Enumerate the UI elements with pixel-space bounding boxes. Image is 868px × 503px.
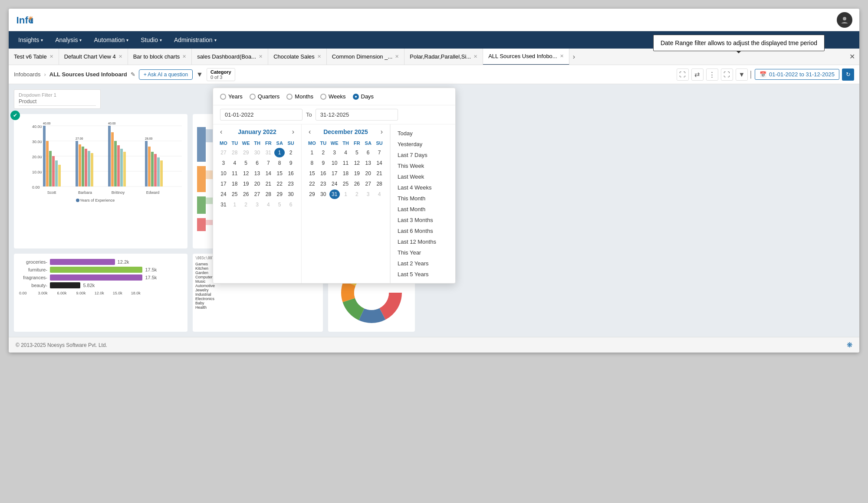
quick-last5years[interactable]: Last 5 Years <box>391 269 455 280</box>
cal-day[interactable]: 4 <box>263 200 273 209</box>
from-date-input[interactable] <box>220 109 302 121</box>
cal-day[interactable]: 4 <box>230 158 240 168</box>
tabs-more-button[interactable]: › <box>569 53 579 61</box>
nav-insights[interactable]: Insights ▾ <box>12 31 49 49</box>
cal-day[interactable]: 3 <box>252 200 263 209</box>
cal-day[interactable]: 20 <box>363 169 373 178</box>
cal-day[interactable]: 12 <box>352 158 362 168</box>
radio-quarters[interactable] <box>250 94 256 100</box>
cal-day[interactable]: 18 <box>230 179 240 189</box>
refresh-button[interactable]: ↻ <box>842 69 854 81</box>
cal-day[interactable]: 17 <box>218 179 229 189</box>
cal-day[interactable]: 23 <box>286 179 296 189</box>
cal-day[interactable]: 8 <box>274 158 285 168</box>
cal-day[interactable]: 29 <box>241 148 251 157</box>
cal-day[interactable]: 5 <box>241 158 251 168</box>
cal-day[interactable]: 15 <box>307 169 317 178</box>
avatar[interactable] <box>837 12 852 28</box>
breadcrumb-parent[interactable]: Infoboards <box>14 71 40 78</box>
cal-day-selected[interactable]: 1 <box>274 148 285 157</box>
cal-day[interactable]: 25 <box>341 179 351 189</box>
cal-day[interactable]: 31 <box>263 148 273 157</box>
quick-last-month[interactable]: Last Month <box>391 204 455 215</box>
tab-sales-dashboard[interactable]: sales Dashboard(Boa... ✕ <box>192 49 268 65</box>
cal-day[interactable]: 28 <box>374 179 385 189</box>
cal-day[interactable]: 9 <box>286 158 296 168</box>
tabs-close-all-button[interactable]: ✕ <box>845 52 859 61</box>
cal-day[interactable]: 29 <box>274 189 285 199</box>
filter2-icon[interactable]: ▼ <box>736 69 748 81</box>
tab-polar-radar[interactable]: Polar,Radar,Parallel,Si... ✕ <box>404 49 483 65</box>
cal-day[interactable]: 2 <box>352 189 362 199</box>
nav-studio[interactable]: Studio ▾ <box>135 31 168 49</box>
close-icon[interactable]: ✕ <box>118 54 122 59</box>
cal-day[interactable]: 31 <box>218 200 229 209</box>
filter-icon[interactable]: ▼ <box>196 71 203 78</box>
nav-administration[interactable]: Administration ▾ <box>168 31 223 49</box>
quick-yesterday[interactable]: Yesterday <box>391 139 455 150</box>
close-icon[interactable]: ✕ <box>317 54 321 59</box>
cal-day[interactable]: 8 <box>307 158 317 168</box>
cal-day[interactable]: 28 <box>230 148 240 157</box>
cal-day[interactable]: 1 <box>341 189 351 199</box>
cal-day[interactable]: 13 <box>363 158 373 168</box>
close-icon[interactable]: ✕ <box>182 54 186 59</box>
cal-day[interactable]: 26 <box>241 189 251 199</box>
cal-day[interactable]: 24 <box>218 189 229 199</box>
radio-days[interactable] <box>353 94 359 100</box>
period-days[interactable]: Days <box>353 93 374 100</box>
cal-day[interactable]: 2 <box>286 148 296 157</box>
category-filter[interactable]: Category 0 of 3 <box>207 68 235 81</box>
cal-day[interactable]: 17 <box>329 169 340 178</box>
cal-day[interactable]: 13 <box>252 169 263 178</box>
quick-this-year[interactable]: This Year <box>391 247 455 258</box>
cal-day[interactable]: 20 <box>252 179 263 189</box>
quick-this-week[interactable]: This Week <box>391 160 455 171</box>
cal-day[interactable]: 14 <box>374 158 385 168</box>
cal-day[interactable]: 5 <box>352 148 362 157</box>
cal-day[interactable]: 1 <box>230 200 240 209</box>
left-cal-prev[interactable]: ‹ <box>218 128 224 136</box>
cal-day[interactable]: 6 <box>252 158 263 168</box>
cal-day[interactable]: 7 <box>374 148 385 157</box>
cal-day[interactable]: 16 <box>286 169 296 178</box>
cal-day[interactable]: 4 <box>374 189 385 199</box>
cal-day-end-selected[interactable]: 31 <box>329 189 340 199</box>
cal-day[interactable]: 19 <box>352 169 362 178</box>
tab-default-chart[interactable]: Default Chart View 4 ✕ <box>59 49 128 65</box>
tab-test-v6[interactable]: Test v6 Table ✕ <box>9 49 59 65</box>
cal-day[interactable]: 30 <box>286 189 296 199</box>
period-years[interactable]: Years <box>220 93 243 100</box>
cal-day[interactable]: 27 <box>252 189 263 199</box>
cal-day[interactable]: 9 <box>318 158 329 168</box>
quick-last4weeks[interactable]: Last 4 Weeks <box>391 182 455 193</box>
cal-day[interactable]: 3 <box>218 158 229 168</box>
cal-day[interactable]: 22 <box>307 179 317 189</box>
cal-day[interactable]: 25 <box>230 189 240 199</box>
cal-day[interactable]: 3 <box>329 148 340 157</box>
cal-day[interactable]: 21 <box>374 169 385 178</box>
cal-day[interactable]: 27 <box>218 148 229 157</box>
cal-day[interactable]: 1 <box>307 148 317 157</box>
settings-icon[interactable]: ⋮ <box>706 69 718 81</box>
cal-day[interactable]: 15 <box>274 169 285 178</box>
quick-last2years[interactable]: Last 2 Years <box>391 258 455 269</box>
cal-day[interactable]: 2 <box>318 148 329 157</box>
date-range-button[interactable]: 📅 01-01-2022 to 31-12-2025 <box>755 69 839 80</box>
quick-this-month[interactable]: This Month <box>391 193 455 204</box>
close-icon[interactable]: ✕ <box>560 53 564 59</box>
cal-day[interactable]: 18 <box>341 169 351 178</box>
cal-day[interactable]: 11 <box>341 158 351 168</box>
edit-icon[interactable]: ✎ <box>131 71 135 78</box>
close-icon[interactable]: ✕ <box>395 54 399 59</box>
nav-analysis[interactable]: Analysis ▾ <box>49 31 88 49</box>
cal-day[interactable]: 19 <box>241 179 251 189</box>
cal-day[interactable]: 6 <box>363 148 373 157</box>
quick-last6months[interactable]: Last 6 Months <box>391 225 455 236</box>
tab-bar-block[interactable]: Bar to block charts ✕ <box>128 49 192 65</box>
cal-day[interactable]: 27 <box>363 179 373 189</box>
ask-ai-button[interactable]: + Ask AI a question <box>139 69 193 80</box>
expand-icon[interactable]: ⛶ <box>677 69 689 81</box>
tab-all-sources[interactable]: ALL Sources Used Infobo... ✕ <box>483 49 569 65</box>
cal-day[interactable]: 7 <box>263 158 273 168</box>
